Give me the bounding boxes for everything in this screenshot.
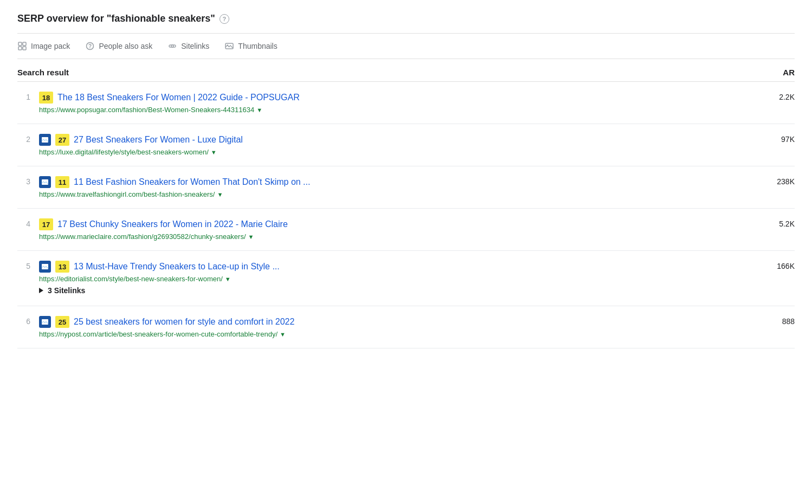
- row-number: 5: [17, 261, 30, 270]
- url-dropdown-arrow[interactable]: ▼: [248, 234, 254, 240]
- nav-item-people-also-ask[interactable]: ? People also ask: [85, 41, 152, 51]
- svg-point-7: [227, 44, 228, 46]
- result-badge: 27: [55, 134, 69, 146]
- result-url-link[interactable]: https://www.popsugar.com/fashion/Best-Wo…: [39, 106, 254, 114]
- row-content: 1717 Best Chunky Sneakers for Women in 2…: [39, 218, 743, 241]
- svg-text:?: ?: [88, 43, 92, 49]
- thumbnail-icon: [39, 316, 51, 328]
- nav-item-thumbnails[interactable]: Thumbnails: [224, 41, 277, 51]
- result-url-link[interactable]: https://www.marieclaire.com/fashion/g269…: [39, 232, 246, 241]
- result-url-link[interactable]: https://editorialist.com/style/best-new-…: [39, 275, 223, 283]
- svg-rect-3: [23, 47, 26, 50]
- table-header: Search result AR: [17, 59, 795, 82]
- row-ar-value: 888: [751, 316, 795, 326]
- result-badge: 13: [55, 261, 69, 273]
- url-dropdown-arrow[interactable]: ▼: [211, 149, 217, 156]
- result-badge: 18: [39, 92, 53, 104]
- image-pack-icon: [17, 41, 27, 51]
- sitelinks-triangle-icon[interactable]: [39, 288, 43, 293]
- nav-item-image-pack[interactable]: Image pack: [17, 41, 70, 51]
- result-title-link[interactable]: 11 Best Fashion Sneakers for Women That …: [74, 177, 310, 187]
- sitelinks-label[interactable]: 3 Sitelinks: [48, 286, 85, 295]
- page-title: SERP overview for "fashionable sneakers": [17, 13, 215, 24]
- result-title-link[interactable]: The 18 Best Sneakers For Women | 2022 Gu…: [57, 93, 300, 102]
- result-url-link[interactable]: https://www.travelfashiongirl.com/best-f…: [39, 190, 215, 198]
- row-number: 3: [17, 176, 30, 186]
- table-row: 62525 best sneakers for women for style …: [17, 306, 795, 348]
- nav-label-sitelinks: Sitelinks: [181, 42, 209, 50]
- thumbnail-icon: [39, 261, 51, 273]
- row-content: 18The 18 Best Sneakers For Women | 2022 …: [39, 92, 743, 114]
- result-badge: 11: [55, 176, 69, 188]
- help-icon[interactable]: ?: [220, 14, 229, 24]
- table-row: 31111 Best Fashion Sneakers for Women Th…: [17, 166, 795, 209]
- row-ar-value: 2.2K: [751, 92, 795, 101]
- nav-item-sitelinks[interactable]: Sitelinks: [167, 41, 209, 51]
- result-title-link[interactable]: 17 Best Chunky Sneakers for Women in 202…: [57, 219, 288, 229]
- row-number: 4: [17, 218, 30, 228]
- svg-rect-2: [18, 47, 22, 50]
- people-also-ask-icon: ?: [85, 41, 95, 51]
- nav-label-people-also-ask: People also ask: [99, 42, 152, 50]
- svg-rect-1: [23, 42, 26, 46]
- result-badge: 17: [39, 218, 53, 230]
- row-number: 6: [17, 316, 30, 326]
- row-number: 2: [17, 134, 30, 144]
- nav-label-thumbnails: Thumbnails: [238, 42, 277, 50]
- thumbnail-icon: [39, 176, 51, 188]
- url-dropdown-arrow[interactable]: ▼: [256, 107, 262, 113]
- column-header-ar: AR: [751, 68, 795, 77]
- table-row: 41717 Best Chunky Sneakers for Women in …: [17, 209, 795, 251]
- row-content: 1111 Best Fashion Sneakers for Women Tha…: [39, 176, 743, 198]
- row-content: 2727 Best Sneakers For Women - Luxe Digi…: [39, 134, 743, 156]
- row-ar-value: 166K: [751, 261, 795, 270]
- nav-label-image-pack: Image pack: [31, 42, 70, 50]
- row-content: 1313 Must-Have Trendy Sneakers to Lace-u…: [39, 261, 743, 296]
- table-row: 22727 Best Sneakers For Women - Luxe Dig…: [17, 124, 795, 166]
- results-list: 118The 18 Best Sneakers For Women | 2022…: [17, 82, 795, 348]
- result-url-link[interactable]: https://nypost.com/article/best-sneakers…: [39, 330, 278, 338]
- thumbnails-icon: [224, 41, 234, 51]
- result-title-link[interactable]: 25 best sneakers for women for style and…: [74, 317, 294, 327]
- result-url-link[interactable]: https://luxe.digital/lifestyle/style/bes…: [39, 148, 209, 156]
- result-title-link[interactable]: 13 Must-Have Trendy Sneakers to Lace-up …: [74, 262, 280, 272]
- url-dropdown-arrow[interactable]: ▼: [225, 276, 231, 282]
- page-header: SERP overview for "fashionable sneakers"…: [17, 13, 795, 34]
- result-title-link[interactable]: 27 Best Sneakers For Women - Luxe Digita…: [74, 135, 243, 145]
- thumbnail-icon: [39, 134, 51, 146]
- url-dropdown-arrow[interactable]: ▼: [280, 331, 286, 338]
- serp-nav: Image pack ? People also ask Sitelinks: [17, 34, 795, 59]
- url-dropdown-arrow[interactable]: ▼: [217, 191, 223, 198]
- row-ar-value: 238K: [751, 176, 795, 186]
- table-row: 118The 18 Best Sneakers For Women | 2022…: [17, 82, 795, 124]
- row-number: 1: [17, 92, 30, 101]
- sitelinks-icon: [167, 41, 177, 51]
- table-row: 51313 Must-Have Trendy Sneakers to Lace-…: [17, 251, 795, 306]
- row-content: 2525 best sneakers for women for style a…: [39, 316, 743, 338]
- row-ar-value: 5.2K: [751, 218, 795, 228]
- result-badge: 25: [55, 316, 69, 328]
- svg-rect-0: [18, 42, 22, 46]
- row-ar-value: 97K: [751, 134, 795, 144]
- column-header-result: Search result: [17, 68, 69, 77]
